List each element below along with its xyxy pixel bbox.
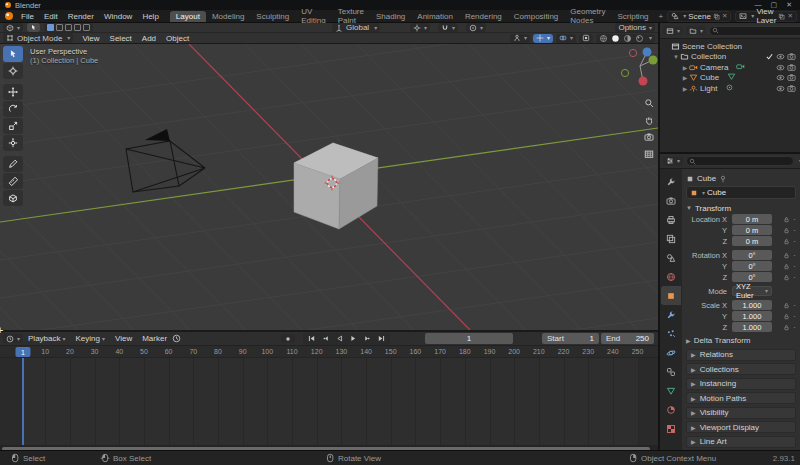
proportional-editing-dropdown[interactable]: ▾ xyxy=(466,23,486,32)
playhead[interactable] xyxy=(22,358,24,445)
nav-pan-button[interactable] xyxy=(642,113,655,126)
menu-edit[interactable]: Edit xyxy=(39,12,63,21)
workspace-tab-sculpting[interactable]: Sculpting xyxy=(250,11,295,22)
outliner-row-collection[interactable]: ▼Collection xyxy=(660,52,800,63)
panel-line-art[interactable]: ▶Line Art xyxy=(686,436,796,448)
lock-icon[interactable] xyxy=(783,274,790,281)
disclosure-icon[interactable]: ▶ xyxy=(681,64,689,71)
shading-rendered-icon[interactable] xyxy=(635,34,644,43)
tool-scale[interactable] xyxy=(3,118,23,134)
remove-view-layer-icon[interactable]: ✕ xyxy=(787,12,792,20)
properties-tab-output[interactable] xyxy=(661,210,681,229)
lock-icon[interactable] xyxy=(783,252,790,259)
mode-square-2[interactable] xyxy=(65,24,72,31)
value-field[interactable]: 0 m xyxy=(732,236,772,246)
viewport-3d[interactable]: User Perspective (1) Collection | Cube xyxy=(0,44,658,330)
overlays-dropdown[interactable]: ▾ xyxy=(556,34,576,43)
outliner-row-cube[interactable]: ▶Cube xyxy=(660,73,800,84)
outliner-display-mode-dropdown[interactable]: ▾ xyxy=(663,26,683,35)
frame-start-field[interactable]: Start 1 xyxy=(542,333,599,344)
add-workspace-button[interactable]: + xyxy=(655,12,668,21)
object-name-field[interactable]: ▾ Cube xyxy=(686,186,796,199)
eye-toggle[interactable] xyxy=(775,73,786,82)
frame-end-field[interactable]: End 250 xyxy=(601,333,654,344)
tool-measure[interactable] xyxy=(3,173,23,189)
workspace-tab-shading[interactable]: Shading xyxy=(370,11,411,22)
value-field[interactable]: 0° xyxy=(732,250,772,260)
shading-material-preview-icon[interactable] xyxy=(623,34,632,43)
properties-tab-particles[interactable] xyxy=(661,324,681,343)
new-view-layer-icon[interactable] xyxy=(778,13,785,20)
value-field[interactable]: 0 m xyxy=(732,214,772,224)
menu-help[interactable]: Help xyxy=(137,12,163,21)
value-field[interactable]: 0° xyxy=(732,272,772,282)
disclosure-icon[interactable]: ▶ xyxy=(681,85,689,92)
unlink-scene-icon[interactable]: ✕ xyxy=(722,12,727,20)
tool-annotate[interactable] xyxy=(3,156,23,172)
lock-icon[interactable] xyxy=(783,302,790,309)
editor-type-selector[interactable]: ▾ xyxy=(3,23,23,32)
tool-move[interactable] xyxy=(3,84,23,100)
transform-panel-header[interactable]: ▼ Transform xyxy=(686,202,796,214)
camera-toggle[interactable] xyxy=(786,63,797,72)
disclosure-icon[interactable]: ▶ xyxy=(681,74,689,81)
menu-render[interactable]: Render xyxy=(63,12,99,21)
properties-search-input[interactable] xyxy=(686,156,794,166)
blender-menu-logo-icon[interactable] xyxy=(4,11,14,21)
play-reverse-button[interactable] xyxy=(333,333,346,344)
panel-relations[interactable]: ▶Relations xyxy=(686,349,796,361)
tool-rotate[interactable] xyxy=(3,101,23,117)
camera-toggle[interactable] xyxy=(786,84,797,93)
previous-keyframe-button[interactable] xyxy=(319,333,332,344)
value-field[interactable]: 0° xyxy=(732,261,772,271)
current-frame-field[interactable]: 1 xyxy=(425,333,513,344)
clock-icon[interactable] xyxy=(172,334,181,343)
workspace-tab-compositing[interactable]: Compositing xyxy=(508,11,564,22)
lock-icon[interactable] xyxy=(783,227,790,234)
panel-viewport-display[interactable]: ▶Viewport Display xyxy=(686,421,796,433)
new-scene-icon[interactable] xyxy=(713,13,720,20)
shading-wireframe-icon[interactable] xyxy=(599,34,608,43)
play-button[interactable] xyxy=(347,333,360,344)
workspace-tab-rendering[interactable]: Rendering xyxy=(459,11,508,22)
properties-tab-object-data[interactable] xyxy=(661,381,681,400)
workspace-tab-animation[interactable]: Animation xyxy=(411,11,459,22)
outliner-collection-dropdown[interactable]: ▾ xyxy=(686,26,706,35)
value-field[interactable]: 1.000 xyxy=(732,322,772,332)
properties-tab-tool[interactable] xyxy=(661,172,681,191)
mode-square-3[interactable] xyxy=(74,24,81,31)
lock-icon[interactable] xyxy=(783,238,790,245)
viewport-menu-select[interactable]: Select xyxy=(105,34,137,43)
eye-toggle[interactable] xyxy=(775,84,786,93)
jump-to-start-button[interactable] xyxy=(305,333,318,344)
mode-toggle-group[interactable] xyxy=(44,23,93,32)
properties-tab-view-layer[interactable] xyxy=(661,229,681,248)
delta-transform-panel-header[interactable]: ▶ Delta Transform xyxy=(686,334,796,346)
viewport-menu-add[interactable]: Add xyxy=(137,34,161,43)
gizmos-dropdown[interactable]: ▾ xyxy=(533,34,553,43)
lock-icon[interactable] xyxy=(783,263,790,270)
mode-square-4[interactable] xyxy=(83,24,90,31)
workspace-tab-scripting[interactable]: Scripting xyxy=(611,11,654,22)
menu-window[interactable]: Window xyxy=(99,12,137,21)
properties-tab-physics[interactable] xyxy=(661,343,681,362)
auto-keying-button[interactable] xyxy=(281,334,295,343)
properties-tab-object[interactable] xyxy=(661,286,681,305)
mode-square-0[interactable] xyxy=(47,24,54,31)
options-dropdown[interactable]: Options▾ xyxy=(615,23,655,32)
nav-zoom-button[interactable] xyxy=(642,96,655,109)
panel-motion-paths[interactable]: ▶Motion Paths xyxy=(686,392,796,404)
lock-icon[interactable] xyxy=(783,324,790,331)
close-button[interactable]: ✕ xyxy=(786,1,792,9)
viewport-menu-object[interactable]: Object xyxy=(161,34,194,43)
properties-tab-render[interactable] xyxy=(661,191,681,210)
transform-orientation-dropdown[interactable]: Global ▾ xyxy=(332,23,380,32)
rotation-mode-dropdown[interactable]: XYZ Euler▾ xyxy=(732,286,772,296)
timeline-menu-keying[interactable]: Keying▾ xyxy=(71,334,110,343)
checkbox-toggle[interactable] xyxy=(764,52,775,61)
properties-tab-material[interactable] xyxy=(661,400,681,419)
properties-tab-texture[interactable] xyxy=(661,419,681,438)
view-layer-selector[interactable]: ▾ View Layer ✕ xyxy=(735,11,796,22)
tool-add-cube[interactable] xyxy=(3,190,23,206)
timeline-editor-type[interactable]: ▾ xyxy=(3,334,23,343)
